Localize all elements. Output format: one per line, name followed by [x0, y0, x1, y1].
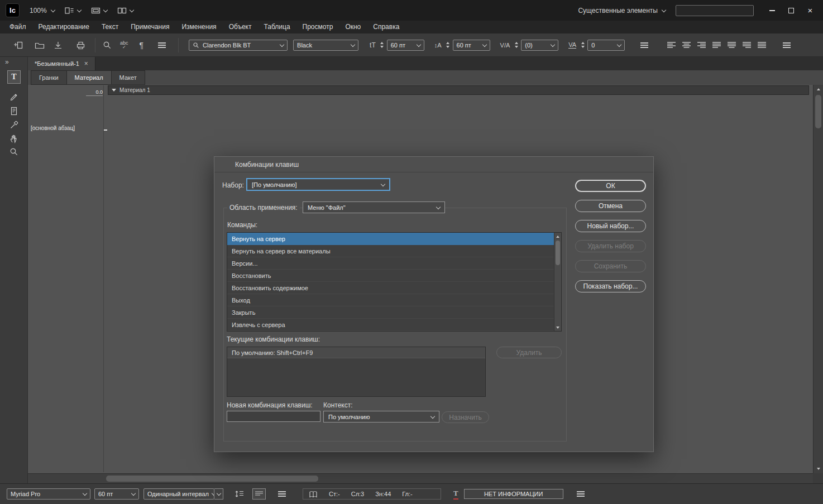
notes-view-tool[interactable]: [7, 104, 21, 118]
align-right-button[interactable]: [697, 41, 706, 49]
kerning-combo[interactable]: (0): [521, 40, 558, 51]
scroll-up-arrow[interactable]: [554, 233, 561, 240]
status-font-combo[interactable]: Myriad Pro: [7, 488, 90, 500]
menu-item-5[interactable]: Изменения: [175, 21, 222, 33]
tracking-stepper[interactable]: [580, 42, 586, 48]
justify-left-button[interactable]: [712, 41, 721, 49]
character-panel-menu-icon[interactable]: [640, 42, 648, 48]
arrange-documents-dropdown[interactable]: [117, 7, 133, 15]
paragraph-panel-menu-icon[interactable]: [783, 42, 791, 48]
close-button[interactable]: ×: [802, 3, 819, 18]
menu-item-7[interactable]: Таблица: [258, 21, 296, 33]
align-left-button[interactable]: [667, 41, 676, 49]
commands-scrollbar[interactable]: [554, 233, 561, 331]
commands-scroll-thumb[interactable]: [556, 241, 560, 265]
print-button[interactable]: [75, 40, 86, 50]
command-row-4[interactable]: Восстановить: [227, 270, 554, 282]
menu-item-8[interactable]: Просмотр: [296, 21, 339, 33]
cancel-button[interactable]: Отмена: [575, 200, 646, 212]
menu-item-9[interactable]: Окно: [339, 21, 367, 33]
spacing-options-button[interactable]: [235, 489, 245, 498]
command-row-3[interactable]: Версии...: [227, 257, 554, 270]
zoom-tool[interactable]: [7, 145, 21, 159]
spellcheck-button[interactable]: abc: [120, 41, 128, 50]
vertical-scrollbar[interactable]: [813, 85, 823, 473]
new-shortcut-input[interactable]: [227, 411, 320, 422]
screen-mode-dropdown[interactable]: [91, 7, 107, 15]
story-bar[interactable]: Материал 1: [108, 85, 809, 95]
maximize-button[interactable]: [783, 3, 800, 18]
command-row-5[interactable]: Восстановить содержимое: [227, 282, 554, 294]
ok-button[interactable]: ОК: [575, 180, 646, 192]
font-size-combo[interactable]: 60 пт: [387, 40, 424, 51]
align-center-button[interactable]: [682, 41, 691, 49]
menu-item-1[interactable]: Файл: [3, 21, 32, 33]
context-dropdown[interactable]: По умолчанию: [323, 411, 439, 423]
scroll-down-arrow[interactable]: [554, 324, 561, 331]
save-button[interactable]: Сохранить: [575, 260, 646, 272]
menu-item-3[interactable]: Текст: [95, 21, 125, 33]
font-size-stepper[interactable]: [379, 42, 385, 48]
scroll-up-arrow[interactable]: [814, 85, 823, 94]
horizontal-scroll-thumb[interactable]: [106, 476, 318, 482]
workspace-switcher[interactable]: Существенные элементы: [578, 7, 666, 15]
toolbar-panel-menu-icon[interactable]: [158, 42, 166, 48]
command-row-2[interactable]: Вернуть на сервер все материалы: [227, 245, 554, 257]
set-dropdown[interactable]: [По умолчанию]: [247, 179, 390, 190]
leading-combo[interactable]: 60 пт: [453, 40, 490, 51]
zoom-button[interactable]: [102, 40, 112, 50]
product-area-dropdown[interactable]: Меню "Файл": [303, 201, 445, 213]
zoom-level-dropdown[interactable]: 100%: [30, 7, 55, 15]
new-set-button[interactable]: Новый набор...: [575, 220, 646, 232]
view-tab-2[interactable]: Материал: [66, 70, 112, 85]
dialog-title[interactable]: Комбинации клавиш: [214, 157, 653, 172]
hand-tool[interactable]: [7, 132, 21, 145]
remove-shortcut-button[interactable]: Удалить: [496, 347, 562, 358]
tab-close-icon[interactable]: ×: [84, 60, 88, 68]
horizontal-scrollbar[interactable]: [28, 473, 813, 483]
menu-item-2[interactable]: Редактирование: [32, 21, 95, 33]
view-options-dropdown[interactable]: [65, 7, 81, 15]
command-row-7[interactable]: Закрыть: [227, 306, 554, 319]
type-tool[interactable]: T: [7, 70, 21, 84]
view-tab-1[interactable]: Гранки: [31, 70, 67, 85]
scroll-down-arrow[interactable]: [814, 464, 823, 473]
leading-stepper[interactable]: [445, 42, 451, 48]
show-hidden-characters-button[interactable]: ¶: [140, 41, 144, 50]
kerning-stepper[interactable]: [513, 42, 519, 48]
current-shortcut-item[interactable]: По умолчанию: Shift+Ctrl+F9: [227, 347, 485, 358]
document-tab[interactable]: *Безымянный-1 ×: [28, 57, 95, 70]
view-tab-3[interactable]: Макет: [111, 70, 145, 85]
info-menu-icon[interactable]: [577, 491, 585, 497]
menu-item-10[interactable]: Справка: [367, 21, 405, 33]
delete-set-button[interactable]: Удалить набор: [575, 240, 646, 252]
status-size-combo[interactable]: 60 пт: [94, 488, 139, 500]
menu-item-6[interactable]: Объект: [223, 21, 258, 33]
command-row-8[interactable]: Извлечь с сервера: [227, 319, 554, 331]
show-set-button[interactable]: Показать набор...: [575, 280, 646, 292]
eyedropper-tool[interactable]: [7, 118, 21, 132]
open-document-button[interactable]: [34, 40, 45, 50]
note-tool[interactable]: [7, 89, 21, 103]
font-style-combo[interactable]: Black: [293, 40, 358, 51]
spacing-extra-dropdown[interactable]: [214, 488, 223, 500]
galley-view-toggle[interactable]: [252, 488, 266, 500]
justify-center-button[interactable]: [728, 41, 736, 49]
font-family-combo[interactable]: Clarendon Blk BT: [189, 40, 288, 51]
status-view-menu-icon[interactable]: [278, 491, 286, 497]
tracking-combo[interactable]: 0: [587, 40, 625, 51]
justify-all-button[interactable]: [758, 41, 766, 49]
save-button[interactable]: [53, 40, 63, 50]
vertical-scroll-thumb[interactable]: [815, 95, 821, 128]
status-spacing-combo[interactable]: Одинарный интервал: [143, 488, 214, 500]
command-row-1[interactable]: Вернуть на сервер: [227, 233, 554, 245]
menu-item-4[interactable]: Примечания: [125, 21, 175, 33]
command-row-6[interactable]: Выход: [227, 294, 554, 306]
app-search-input[interactable]: [676, 5, 754, 16]
minimize-button[interactable]: [764, 3, 781, 18]
collapse-panel-icon[interactable]: »: [5, 58, 9, 66]
new-document-button[interactable]: [13, 40, 24, 50]
justify-right-button[interactable]: [743, 41, 751, 49]
assign-button[interactable]: Назначить: [442, 411, 489, 423]
collapse-story-icon[interactable]: [112, 89, 116, 92]
